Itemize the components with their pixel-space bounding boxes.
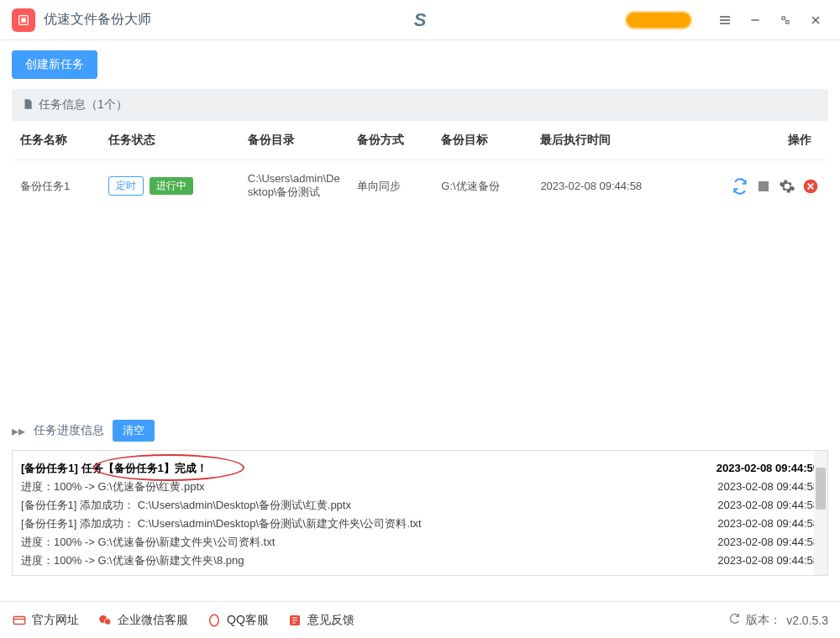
task-table: 任务名称 任务状态 备份目录 备份方式 备份目标 最后执行时间 操作 备份任务1… — [12, 121, 828, 212]
log-time: 2023-02-08 09:44:59 — [717, 459, 819, 478]
progress-title: 任务进度信息 — [34, 423, 104, 438]
log-text: [备份任务1] 添加成功： C:\Users\admin\Desktop\备份测… — [21, 496, 701, 515]
log-time: 2023-02-08 09:44:58 — [717, 515, 819, 533]
svg-rect-4 — [759, 181, 769, 191]
cell-mode: 单向同步 — [349, 160, 433, 212]
footer: 官方网址 企业微信客服 QQ客服 意见反馈 版本： v2.0.5.3 — [0, 601, 840, 638]
globe-icon — [12, 613, 27, 628]
status-badge-scheduled: 定时 — [108, 176, 144, 196]
official-site-link[interactable]: 官方网址 — [12, 613, 79, 628]
col-dir: 备份目录 — [239, 121, 349, 160]
log-text: 进度：100% -> G:\优速备份\红黄.pptx — [21, 478, 701, 496]
col-lastrun: 最后执行时间 — [532, 121, 688, 160]
cell-lastrun: 2023-02-08 09:44:58 — [532, 160, 688, 212]
account-pill[interactable] — [625, 11, 692, 29]
task-panel: 任务信息（1个） 任务名称 任务状态 备份目录 备份方式 备份目标 最后执行时间… — [12, 89, 828, 390]
cell-target: G:\优速备份 — [433, 160, 532, 212]
sync-icon[interactable] — [731, 177, 749, 196]
log-time: 2023-02-08 09:44:58 — [717, 496, 819, 515]
qq-support-link[interactable]: QQ客服 — [207, 613, 269, 628]
log-row: 进度：100% -> G:\优速备份\新建文件夹\8.png2023-02-08… — [21, 552, 819, 570]
scrollbar[interactable] — [814, 451, 827, 575]
col-actions: 操作 — [688, 121, 828, 160]
log-row: 进度：100% -> G:\优速备份\新建文件夹\公司资料.txt2023-02… — [21, 533, 819, 552]
progress-panel: ▸▸ 任务进度信息 清空 [备份任务1] 任务【备份任务1】完成！2023-02… — [12, 420, 828, 576]
wechat-icon — [97, 613, 113, 628]
version-info: 版本： v2.0.5.3 — [727, 612, 828, 628]
log-time: 2023-02-08 09:44:58 — [717, 552, 819, 570]
clear-button[interactable]: 清空 — [113, 420, 155, 442]
svg-rect-6 — [13, 616, 25, 624]
log-row: [备份任务1] 任务【备份任务1】完成！2023-02-08 09:44:59 — [21, 459, 819, 478]
log-row: [备份任务1] 添加成功： C:\Users\admin\Desktop\备份测… — [21, 496, 819, 515]
log-text: 进度：100% -> G:\优速备份\新建文件夹\8.png — [21, 552, 701, 570]
progress-toggle-icon[interactable]: ▸▸ — [12, 423, 25, 439]
log-text: [备份任务1] 任务【备份任务1】完成！ — [21, 459, 700, 478]
toolbar: 创建新任务 — [0, 40, 840, 89]
log-row: 进度：100% -> G:\优速备份\红黄.pptx2023-02-08 09:… — [21, 478, 819, 496]
col-name: 任务名称 — [12, 121, 100, 160]
log-box[interactable]: [备份任务1] 任务【备份任务1】完成！2023-02-08 09:44:59进… — [12, 450, 828, 576]
col-target: 备份目标 — [433, 121, 532, 160]
svg-rect-3 — [786, 20, 789, 23]
cell-actions — [688, 160, 828, 212]
svg-rect-2 — [782, 17, 785, 19]
svg-rect-1 — [21, 18, 25, 22]
delete-icon[interactable] — [801, 177, 820, 196]
col-status: 任务状态 — [100, 121, 239, 160]
refresh-icon[interactable] — [727, 612, 741, 628]
maximize-icon[interactable] — [773, 8, 798, 33]
titlebar-decoration: S — [414, 9, 427, 31]
log-row: [备份任务1] 添加成功： C:\Users\admin\Desktop\备份测… — [21, 515, 819, 533]
table-row: 备份任务1 定时 进行中 C:\Users\admin\Desktop\备份测试… — [12, 160, 828, 212]
feedback-icon — [287, 613, 302, 628]
cell-name: 备份任务1 — [12, 160, 100, 212]
app-logo — [12, 8, 35, 32]
file-icon — [22, 98, 34, 112]
titlebar: 优速文件备份大师 S — [0, 0, 840, 40]
col-mode: 备份方式 — [349, 121, 433, 160]
cell-status: 定时 进行中 — [100, 160, 239, 212]
close-icon[interactable] — [803, 8, 828, 33]
qq-icon — [207, 613, 222, 628]
new-task-button[interactable]: 创建新任务 — [12, 50, 97, 79]
wechat-support-link[interactable]: 企业微信客服 — [97, 613, 188, 628]
menu-icon[interactable] — [712, 8, 738, 33]
log-time: 2023-02-08 09:44:58 — [717, 533, 819, 552]
log-time: 2023-02-08 09:44:58 — [717, 478, 819, 496]
status-badge-running: 进行中 — [150, 177, 193, 195]
feedback-link[interactable]: 意见反馈 — [287, 613, 354, 628]
app-title: 优速文件备份大师 — [44, 11, 151, 29]
log-text: 进度：100% -> G:\优速备份\新建文件夹\公司资料.txt — [21, 533, 701, 552]
task-panel-header: 任务信息（1个） — [12, 89, 828, 121]
svg-point-8 — [104, 618, 111, 625]
svg-point-9 — [210, 614, 219, 626]
task-panel-title: 任务信息（1个） — [39, 97, 128, 112]
log-text: [备份任务1] 添加成功： C:\Users\admin\Desktop\备份测… — [21, 515, 701, 533]
cell-dir: C:\Users\admin\Desktop\备份测试 — [239, 160, 349, 212]
minimize-icon[interactable] — [743, 8, 768, 33]
gear-icon[interactable] — [778, 177, 796, 196]
stop-icon[interactable] — [754, 177, 773, 196]
